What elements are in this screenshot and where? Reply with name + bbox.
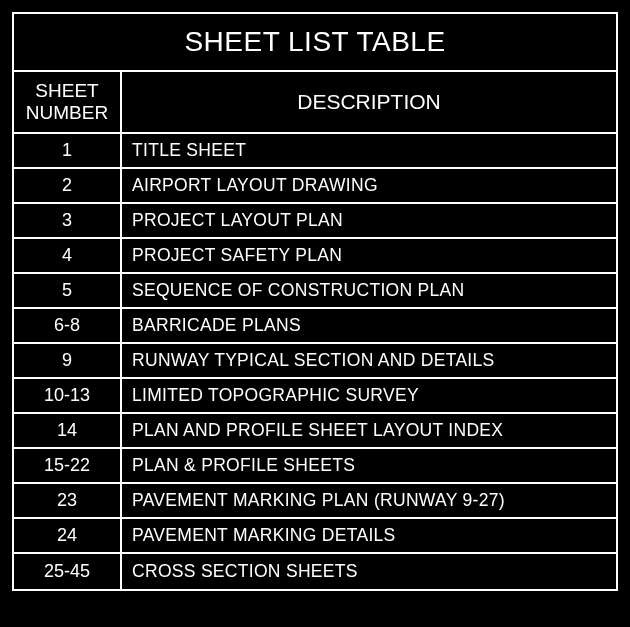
cell-number: 25-45: [14, 554, 122, 589]
header-sheet-number-line2: NUMBER: [26, 102, 108, 123]
table-row: 2 AIRPORT LAYOUT DRAWING: [14, 169, 616, 204]
cell-number: 5: [14, 274, 122, 307]
cell-description: PROJECT SAFETY PLAN: [122, 239, 616, 272]
table-title: SHEET LIST TABLE: [14, 14, 616, 72]
cell-description: PLAN AND PROFILE SHEET LAYOUT INDEX: [122, 414, 616, 447]
table-row: 9 RUNWAY TYPICAL SECTION AND DETAILS: [14, 344, 616, 379]
cell-description: PAVEMENT MARKING DETAILS: [122, 519, 616, 552]
header-sheet-number: SHEET NUMBER: [14, 72, 122, 132]
cell-number: 3: [14, 204, 122, 237]
cell-description: TITLE SHEET: [122, 134, 616, 167]
cell-description: CROSS SECTION SHEETS: [122, 554, 616, 589]
cell-description: PAVEMENT MARKING PLAN (RUNWAY 9-27): [122, 484, 616, 517]
cell-number: 6-8: [14, 309, 122, 342]
table-row: 3 PROJECT LAYOUT PLAN: [14, 204, 616, 239]
cell-description: PLAN & PROFILE SHEETS: [122, 449, 616, 482]
table-row: 5 SEQUENCE OF CONSTRUCTION PLAN: [14, 274, 616, 309]
table-row: 15-22 PLAN & PROFILE SHEETS: [14, 449, 616, 484]
cell-description: LIMITED TOPOGRAPHIC SURVEY: [122, 379, 616, 412]
table-header: SHEET NUMBER DESCRIPTION: [14, 72, 616, 134]
cell-description: BARRICADE PLANS: [122, 309, 616, 342]
table-row: 10-13 LIMITED TOPOGRAPHIC SURVEY: [14, 379, 616, 414]
cell-number: 4: [14, 239, 122, 272]
cell-number: 2: [14, 169, 122, 202]
cell-description: AIRPORT LAYOUT DRAWING: [122, 169, 616, 202]
cell-number: 24: [14, 519, 122, 552]
cell-number: 1: [14, 134, 122, 167]
table-row: 25-45 CROSS SECTION SHEETS: [14, 554, 616, 589]
table-row: 23 PAVEMENT MARKING PLAN (RUNWAY 9-27): [14, 484, 616, 519]
cell-number: 23: [14, 484, 122, 517]
cell-number: 9: [14, 344, 122, 377]
header-description: DESCRIPTION: [122, 72, 616, 132]
cell-description: RUNWAY TYPICAL SECTION AND DETAILS: [122, 344, 616, 377]
cell-number: 14: [14, 414, 122, 447]
table-row: 24 PAVEMENT MARKING DETAILS: [14, 519, 616, 554]
cell-number: 15-22: [14, 449, 122, 482]
cell-number: 10-13: [14, 379, 122, 412]
sheet-list-table: SHEET LIST TABLE SHEET NUMBER DESCRIPTIO…: [12, 12, 618, 591]
header-sheet-number-line1: SHEET: [35, 80, 98, 101]
table-row: 1 TITLE SHEET: [14, 134, 616, 169]
table-row: 4 PROJECT SAFETY PLAN: [14, 239, 616, 274]
cell-description: PROJECT LAYOUT PLAN: [122, 204, 616, 237]
table-row: 6-8 BARRICADE PLANS: [14, 309, 616, 344]
table-row: 14 PLAN AND PROFILE SHEET LAYOUT INDEX: [14, 414, 616, 449]
cell-description: SEQUENCE OF CONSTRUCTION PLAN: [122, 274, 616, 307]
